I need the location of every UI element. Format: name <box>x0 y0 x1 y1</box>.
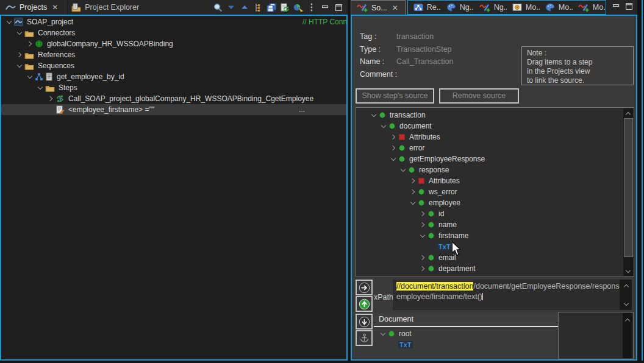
result-scrollbar[interactable] <box>623 313 632 358</box>
tab-ng-2[interactable]: Ng... <box>441 1 474 14</box>
move-up-button[interactable] <box>356 296 373 312</box>
tree-node-get-employee-by-id[interactable]: get_employee_by_id <box>1 71 346 82</box>
tree-node-employee[interactable]: employee <box>356 197 623 208</box>
chevron-expanded-icon[interactable] <box>379 330 388 338</box>
tab-source-picker[interactable]: So...✕ <box>351 0 406 15</box>
close-icon[interactable]: ✕ <box>51 3 59 12</box>
tree-node-department[interactable]: department <box>356 263 623 274</box>
chevron-collapsed-icon[interactable] <box>418 210 428 218</box>
tree-node-attributes[interactable]: Attributes <box>356 132 623 143</box>
tree-node-response[interactable]: response <box>356 164 623 175</box>
chevron-down-icon[interactable] <box>224 0 238 15</box>
tree-node-email[interactable]: email <box>356 252 623 263</box>
tab-project-explorer[interactable]: Project Explorer <box>65 0 145 15</box>
tree-node-label: Attributes <box>429 177 460 185</box>
tree-node-attributes[interactable]: Attributes <box>356 175 623 186</box>
tree-node-name[interactable]: name <box>356 219 623 230</box>
dom-tree-scrollbar[interactable] <box>623 108 634 276</box>
chevron-expanded-icon[interactable] <box>399 166 408 174</box>
tree-node-root[interactable]: root <box>374 328 558 339</box>
chevron-expanded-icon[interactable] <box>15 29 24 37</box>
search-icon[interactable] <box>211 0 224 15</box>
maximize-icon[interactable] <box>332 0 345 15</box>
maximize-icon[interactable] <box>626 3 632 12</box>
tree-node-transaction[interactable]: transaction <box>356 110 623 121</box>
tree-node-call-soap-project-globalcompany-hr-wssoapbinding-cgetemployee[interactable]: ?Call_SOAP_project_globalCompany_HR_WSSO… <box>1 93 346 104</box>
xpath-input[interactable]: //document/transaction/document/getEmplo… <box>393 280 620 310</box>
tab-label: Mo... <box>593 3 606 12</box>
chevron-collapsed-icon[interactable] <box>389 133 398 141</box>
overflow-menu-icon[interactable] <box>305 0 318 15</box>
tree-node[interactable]: TxT <box>356 241 623 252</box>
tree-node[interactable]: TxT <box>374 339 558 350</box>
element-icon <box>398 144 406 152</box>
tree-node-globalcompany-hr-wssoapbinding[interactable]: globalCompany_HR_WSSOAPBinding <box>1 38 346 49</box>
chevron-expanded-icon[interactable] <box>5 18 14 26</box>
tab-ng-3[interactable]: Ng... <box>474 1 507 14</box>
tab-mo-5[interactable]: Mo... <box>540 1 573 14</box>
minimize-icon[interactable] <box>318 0 332 15</box>
scroll-up-icon[interactable] <box>623 315 632 324</box>
scroll-up-icon[interactable] <box>623 109 634 118</box>
chevron-collapsed-icon[interactable] <box>418 253 428 262</box>
chevron-expanded-icon[interactable] <box>379 122 388 130</box>
scrollbar-thumb[interactable] <box>624 118 633 257</box>
chevron-collapsed-icon[interactable] <box>15 51 24 59</box>
chevron-expanded-icon[interactable] <box>418 231 428 240</box>
chevron-expanded-icon[interactable] <box>409 199 418 207</box>
tab-projects[interactable]: Projects✕ <box>0 0 65 15</box>
remove-source-button[interactable]: Remove source <box>439 88 519 104</box>
tree-node-document[interactable]: document <box>356 121 623 132</box>
scroll-up-icon[interactable] <box>621 281 632 290</box>
chevron-collapsed-icon[interactable] <box>46 94 55 103</box>
tree-node-label: Call_SOAP_project_globalCompany_HR_WSSOA… <box>68 94 313 103</box>
chevron-up-icon[interactable] <box>238 0 251 15</box>
element-icon <box>408 166 415 174</box>
tree-node-ws-error[interactable]: ws_error <box>356 186 623 197</box>
tree-node-error[interactable]: error <box>356 143 623 153</box>
chevron-expanded-icon[interactable] <box>389 155 398 163</box>
source-picker-panel: So...✕ Re...Ng...Ng...Mo...Mo...Mo... Ta… <box>351 0 637 361</box>
tree-node-sequences[interactable]: Sequences <box>1 60 346 71</box>
minimize-icon[interactable] <box>613 3 620 12</box>
tab-re-1[interactable]: Re... <box>408 1 441 14</box>
chevron-expanded-icon[interactable] <box>36 83 45 92</box>
move-right-button[interactable] <box>356 280 373 295</box>
scroll-down-icon[interactable] <box>623 267 634 275</box>
chevron-collapsed-icon[interactable] <box>418 275 428 277</box>
close-icon[interactable]: ✕ <box>391 4 399 12</box>
chevron-expanded-icon[interactable] <box>26 72 35 81</box>
tree-node[interactable] <box>356 274 623 277</box>
move-down-button[interactable] <box>356 314 373 330</box>
show-step-source-button[interactable]: Show step's source <box>356 88 434 104</box>
xpath-scrollbar[interactable] <box>620 280 632 310</box>
refresh-icon[interactable] <box>278 0 292 15</box>
scroll-down-icon[interactable] <box>621 300 632 308</box>
wizard-icon[interactable] <box>292 0 305 15</box>
project-icon <box>14 18 23 26</box>
chevron-expanded-icon[interactable] <box>15 62 24 70</box>
tree-node-connectors[interactable]: Connectors <box>1 27 346 38</box>
projects-tree: SOAP_project// HTTP ConnConnectorsglobal… <box>0 16 348 361</box>
chevron-collapsed-icon[interactable] <box>418 220 428 229</box>
chevron-collapsed-icon[interactable] <box>409 188 418 196</box>
chevron-expanded-icon[interactable] <box>370 111 379 119</box>
tree-node-id[interactable]: id <box>356 208 623 219</box>
tab-mo-4[interactable]: Mo... <box>507 1 540 14</box>
chevron-collapsed-icon[interactable] <box>409 177 418 185</box>
tree-node-label: employee <box>429 199 460 207</box>
tree-node-label: error <box>409 144 424 152</box>
tree-node-steps[interactable]: Steps <box>1 82 346 93</box>
tree-node-firstname[interactable]: firstname <box>356 230 623 241</box>
chevron-collapsed-icon[interactable] <box>418 264 428 273</box>
tab-mo-6[interactable]: Mo... <box>573 1 606 14</box>
save-all-icon[interactable] <box>265 0 278 15</box>
tree-node-getemployeeresponse[interactable]: getEmployeeResponse <box>356 153 623 164</box>
tree-node-soap-project[interactable]: SOAP_project// HTTP Conn <box>1 16 346 27</box>
anchor-button[interactable] <box>356 330 373 346</box>
link-editor-icon[interactable] <box>251 0 265 15</box>
tree-node-references[interactable]: References <box>1 49 346 60</box>
chevron-collapsed-icon[interactable] <box>389 144 398 152</box>
chevron-collapsed-icon[interactable] <box>26 40 35 48</box>
tree-node--employee-firstname-[interactable]: <employee_firstname> =""... <box>1 104 346 115</box>
